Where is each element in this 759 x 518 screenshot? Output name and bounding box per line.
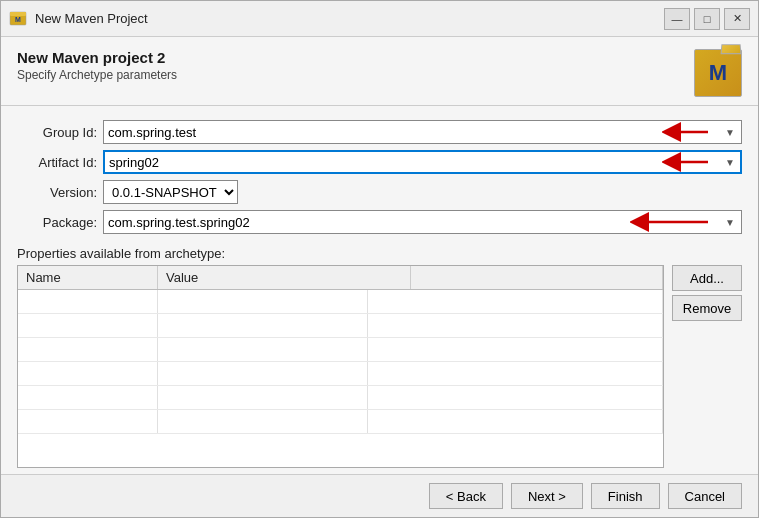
maximize-button[interactable]: □	[694, 8, 720, 30]
properties-section: Properties available from archetype: Nam…	[1, 240, 758, 474]
properties-label: Properties available from archetype:	[17, 246, 742, 261]
version-select[interactable]: 0.0.1-SNAPSHOT	[103, 180, 238, 204]
dialog-header: New Maven project 2 Specify Archetype pa…	[1, 37, 758, 105]
maven-logo: M	[694, 49, 742, 97]
app-icon: M	[9, 9, 29, 29]
table-row[interactable]	[18, 314, 663, 338]
table-row[interactable]	[18, 410, 663, 434]
table-cell-extra	[368, 338, 663, 361]
col-header-extra	[411, 266, 664, 289]
table-cell-value	[158, 362, 368, 385]
window-controls: — □ ✕	[664, 8, 750, 30]
back-button[interactable]: < Back	[429, 483, 503, 509]
version-label: Version:	[17, 185, 97, 200]
group-id-input-wrap: ▼	[103, 120, 742, 144]
table-row[interactable]	[18, 290, 663, 314]
properties-table: Name Value	[17, 265, 664, 468]
version-input-wrap: 0.0.1-SNAPSHOT	[103, 180, 238, 204]
table-cell-name	[18, 386, 158, 409]
artifact-id-input[interactable]	[103, 150, 742, 174]
table-cell-extra	[368, 362, 663, 385]
table-row[interactable]	[18, 338, 663, 362]
group-id-row: Group Id: ▼	[17, 120, 742, 144]
table-cell-value	[158, 338, 368, 361]
group-id-input[interactable]	[103, 120, 742, 144]
window-title: New Maven Project	[35, 11, 664, 26]
window: M New Maven Project — □ ✕ New Maven proj…	[0, 0, 759, 518]
package-input[interactable]	[103, 210, 742, 234]
table-cell-value	[158, 386, 368, 409]
artifact-id-row: Artifact Id: ▼	[17, 150, 742, 174]
table-buttons: Add... Remove	[664, 265, 742, 468]
footer: < Back Next > Finish Cancel	[1, 474, 758, 517]
minimize-button[interactable]: —	[664, 8, 690, 30]
col-header-name: Name	[18, 266, 158, 289]
cancel-button[interactable]: Cancel	[668, 483, 742, 509]
table-row[interactable]	[18, 386, 663, 410]
table-cell-extra	[368, 314, 663, 337]
version-row: Version: 0.0.1-SNAPSHOT	[17, 180, 742, 204]
divider	[1, 105, 758, 106]
artifact-id-input-wrap: ▼	[103, 150, 742, 174]
artifact-id-label: Artifact Id:	[17, 155, 97, 170]
table-cell-name	[18, 410, 158, 433]
header-text: New Maven project 2 Specify Archetype pa…	[17, 49, 694, 82]
remove-button[interactable]: Remove	[672, 295, 742, 321]
table-cell-name	[18, 290, 158, 313]
table-header: Name Value	[18, 266, 663, 290]
package-row: Package: ▼	[17, 210, 742, 234]
titlebar: M New Maven Project — □ ✕	[1, 1, 758, 37]
package-label: Package:	[17, 215, 97, 230]
table-cell-value	[158, 410, 368, 433]
close-button[interactable]: ✕	[724, 8, 750, 30]
dialog-content: New Maven project 2 Specify Archetype pa…	[1, 37, 758, 517]
table-cell-extra	[368, 290, 663, 313]
table-cell-value	[158, 314, 368, 337]
next-button[interactable]: Next >	[511, 483, 583, 509]
add-button[interactable]: Add...	[672, 265, 742, 291]
package-input-wrap: ▼	[103, 210, 742, 234]
table-cell-name	[18, 338, 158, 361]
table-cell-extra	[368, 386, 663, 409]
svg-text:M: M	[15, 16, 21, 23]
dialog-title: New Maven project 2	[17, 49, 694, 66]
finish-button[interactable]: Finish	[591, 483, 660, 509]
table-cell-name	[18, 314, 158, 337]
col-header-value: Value	[158, 266, 411, 289]
form-section: Group Id: ▼ Artifact Id: ▼	[1, 114, 758, 240]
table-row[interactable]	[18, 362, 663, 386]
group-id-label: Group Id:	[17, 125, 97, 140]
table-cell-value	[158, 290, 368, 313]
table-cell-name	[18, 362, 158, 385]
table-cell-extra	[368, 410, 663, 433]
table-body	[18, 290, 663, 467]
logo-flap	[721, 44, 742, 54]
properties-area: Name Value Add... Remove	[17, 265, 742, 468]
dialog-subtitle: Specify Archetype parameters	[17, 68, 694, 82]
